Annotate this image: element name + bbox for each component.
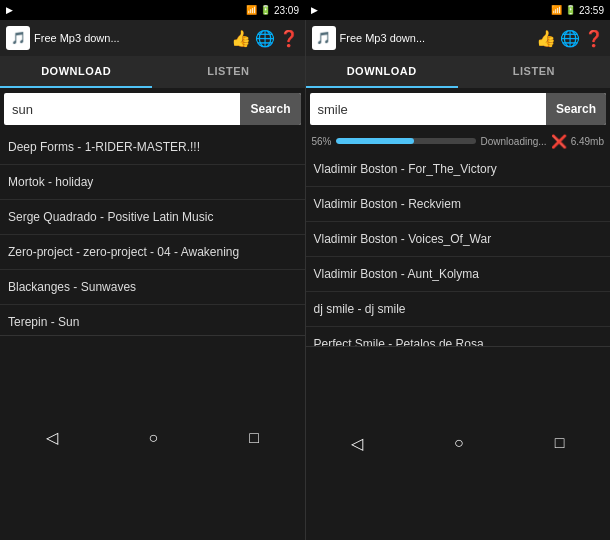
right-panel: 🎵 Free Mp3 down... 👍 🌐 ❓ DOWNLOAD LISTEN… [306,20,611,540]
right-globe-icon[interactable]: 🌐 [560,29,580,48]
right-app-title: Free Mp3 down... [340,32,533,44]
time-left: 23:09 [274,5,299,16]
list-item[interactable]: Blackanges - Sunwaves [0,270,305,305]
right-tab-listen[interactable]: LISTEN [458,56,610,88]
left-tab-download[interactable]: DOWNLOAD [0,56,152,88]
status-bar-right-panel: ▶ 📶 🔋 23:59 [305,0,610,20]
left-app-icon: 🎵 [6,26,30,50]
right-nav-bar: ◁ ○ □ [306,346,611,541]
right-tabs: DOWNLOAD LISTEN [306,56,611,88]
right-song-list[interactable]: Vladimir Boston - For_The_Victory Vladim… [306,152,611,346]
progress-cancel-button[interactable]: ❌ [551,134,567,149]
left-globe-icon[interactable]: 🌐 [255,29,275,48]
right-search-bar: Search [310,93,607,125]
download-progress-bar: 56% Downloading... ❌ 6.49mb [306,130,611,152]
left-search-button[interactable]: Search [240,93,300,125]
left-tab-listen[interactable]: LISTEN [152,56,304,88]
right-search-button[interactable]: Search [546,93,606,125]
right-app-icon: 🎵 [312,26,336,50]
play-icon-right: ▶ [311,5,318,15]
list-item[interactable]: Deep Forms - 1-RIDER-MASTER.!!! [0,130,305,165]
left-help-icon[interactable]: ❓ [279,29,299,48]
left-search-input[interactable] [4,102,240,117]
right-help-icon[interactable]: ❓ [584,29,604,48]
list-item[interactable]: Vladimir Boston - Aunt_Kolyma [306,257,611,292]
list-item[interactable]: Terepin - Sun [0,305,305,335]
list-item[interactable]: dj smile - dj smile [306,292,611,327]
list-item[interactable]: Vladimir Boston - Voices_Of_War [306,222,611,257]
left-tabs: DOWNLOAD LISTEN [0,56,305,88]
list-item[interactable]: Vladimir Boston - For_The_Victory [306,152,611,187]
left-app-header: 🎵 Free Mp3 down... 👍 🌐 ❓ [0,20,305,56]
progress-label: Downloading... [480,136,546,147]
progress-percent: 56% [312,136,332,147]
list-item[interactable]: Perfect Smile - Petalos de Rosa [306,327,611,346]
left-home-button[interactable]: ○ [141,425,167,451]
left-nav-bar: ◁ ○ □ [0,335,305,541]
play-icon-left: ▶ [6,5,13,15]
list-item[interactable]: Serge Quadrado - Positive Latin Music [0,200,305,235]
signal-icon-right: 📶 [551,5,562,15]
left-header-icons: 👍 🌐 ❓ [231,29,299,48]
right-back-button[interactable]: ◁ [343,430,371,457]
list-item[interactable]: Vladimir Boston - Reckviem [306,187,611,222]
status-bars: ▶ 📶 🔋 23:09 ▶ 📶 🔋 23:59 [0,0,610,20]
right-app-header: 🎵 Free Mp3 down... 👍 🌐 ❓ [306,20,611,56]
right-home-button[interactable]: ○ [446,430,472,456]
left-thumbs-icon[interactable]: 👍 [231,29,251,48]
list-item[interactable]: Zero-project - zero-project - 04 - Awake… [0,235,305,270]
right-header-icons: 👍 🌐 ❓ [536,29,604,48]
left-panel: 🎵 Free Mp3 down... 👍 🌐 ❓ DOWNLOAD LISTEN… [0,20,306,540]
right-search-input[interactable] [310,102,546,117]
progress-size: 6.49mb [571,136,604,147]
progress-bar-container [336,138,477,144]
right-tab-download[interactable]: DOWNLOAD [306,56,458,88]
right-recents-button[interactable]: □ [547,430,573,456]
left-search-bar: Search [4,93,301,125]
status-bar-left-panel: ▶ 📶 🔋 23:09 [0,0,305,20]
right-thumbs-icon[interactable]: 👍 [536,29,556,48]
battery-icon-left: 🔋 [260,5,271,15]
panels-container: 🎵 Free Mp3 down... 👍 🌐 ❓ DOWNLOAD LISTEN… [0,20,610,540]
time-right: 23:59 [579,5,604,16]
left-app-title: Free Mp3 down... [34,32,227,44]
left-song-list[interactable]: Deep Forms - 1-RIDER-MASTER.!!! Mortok -… [0,130,305,335]
progress-bar-fill [336,138,415,144]
left-recents-button[interactable]: □ [241,425,267,451]
signal-icon-left: 📶 [246,5,257,15]
list-item[interactable]: Mortok - holiday [0,165,305,200]
left-back-button[interactable]: ◁ [38,424,66,451]
battery-icon-right: 🔋 [565,5,576,15]
